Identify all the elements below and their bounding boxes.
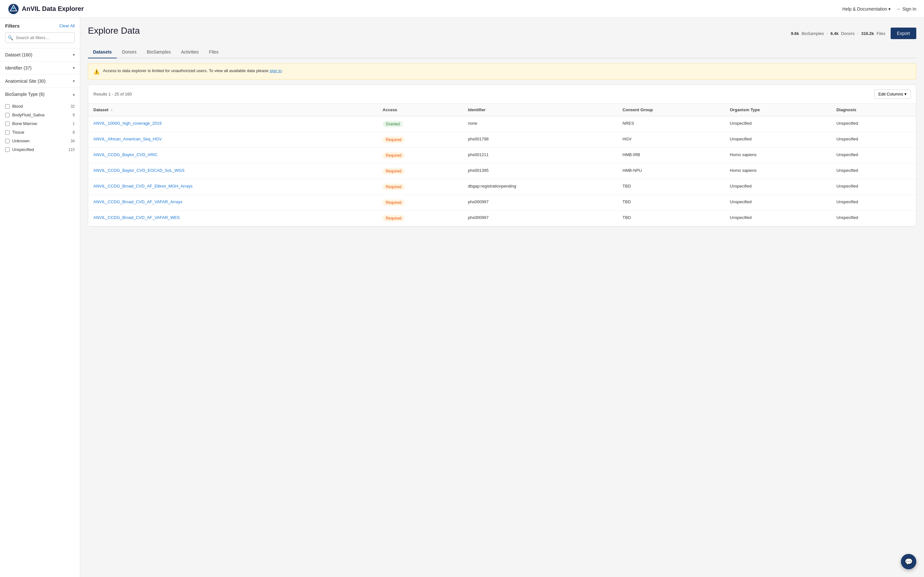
top-bar: Explore Data 9.6k BioSamples • 6.4k Dono… — [88, 26, 916, 41]
chat-icon: 💬 — [905, 558, 913, 566]
filter-checkbox-bonemarrow[interactable] — [5, 121, 10, 126]
col-header-diagnosis[interactable]: Diagnosis — [831, 103, 916, 116]
cell-consent: HMB-NPU — [617, 163, 725, 179]
cell-access: Required — [378, 211, 463, 226]
table-area: Results 1 - 25 of 160 Edit Columns ▾ Dat… — [88, 85, 916, 227]
dataset-link[interactable]: ANVIL_CCDG_Broad_CVD_AF_VAFAR_WES — [94, 215, 180, 220]
edit-columns-chevron-icon: ▾ — [905, 92, 907, 97]
col-header-access[interactable]: Access — [378, 103, 463, 116]
filter-checkbox-blood[interactable] — [5, 104, 10, 109]
access-badge: Required — [383, 168, 405, 174]
filter-section-identifier: Identifier (37) ▾ — [0, 61, 80, 74]
filter-label-bonemarrow[interactable]: Bone Marrow — [12, 121, 37, 126]
help-fab-button[interactable]: 💬 — [901, 554, 916, 569]
sidebar-header: Filters Clear All — [0, 23, 80, 32]
search-icon: 🔍 — [8, 35, 13, 40]
filter-checkbox-unspecified[interactable] — [5, 147, 10, 152]
cell-dataset: ANVIL_1000G_high_coverage_2019 — [88, 116, 378, 132]
sign-in-link[interactable]: sign in — [270, 68, 282, 73]
access-badge: Required — [383, 184, 405, 190]
search-input[interactable] — [5, 32, 75, 43]
biosamples-value: 9.6k — [791, 31, 799, 36]
cell-consent: TBD — [617, 179, 725, 195]
cell-organism: Homo sapiens — [725, 148, 831, 163]
results-info: Results 1 - 25 of 160 — [94, 92, 132, 97]
filter-header-anatomical[interactable]: Anatomical Site (30) ▾ — [0, 75, 80, 87]
sign-in-icon: → — [896, 6, 900, 11]
edit-columns-button[interactable]: Edit Columns ▾ — [874, 89, 911, 99]
sign-in-button[interactable]: → Sign In — [896, 6, 916, 11]
filter-checkbox-bodyfluid[interactable] — [5, 113, 10, 117]
cell-dataset: ANVIL_CCDG_Broad_CVD_AF_Ellinor_MGH_Arra… — [88, 179, 378, 195]
sort-icon: ↑ — [111, 108, 113, 112]
access-badge: Required — [383, 152, 405, 159]
donors-label: Donors — [841, 31, 855, 36]
filter-label-blood[interactable]: Blood — [12, 104, 23, 109]
tab-files[interactable]: Files — [204, 46, 224, 58]
col-header-consent[interactable]: Consent Group — [617, 103, 725, 116]
cell-diagnosis: Unspecified — [831, 163, 916, 179]
filter-label-unknown[interactable]: Unknown — [12, 139, 29, 143]
dataset-link[interactable]: ANVIL_CCDG_Broad_CVD_AF_Ellinor_MGH_Arra… — [94, 184, 192, 189]
help-label: Help & Documentation — [842, 6, 887, 11]
filter-header-biosample[interactable]: BioSample Type (6) ▴ — [0, 88, 80, 101]
table-row: ANVIL_CCDG_Baylor_CVD_EOCAD_SoL_WGS Requ… — [88, 163, 916, 179]
cell-access: Required — [378, 163, 463, 179]
layout: Filters Clear All 🔍 Dataset (160) ▾ Iden… — [0, 18, 924, 577]
table-row: ANVIL_CCDG_Broad_CVD_AF_VAFAR_Arrays Req… — [88, 195, 916, 211]
cell-diagnosis: Unspecified — [831, 179, 916, 195]
cell-dataset: ANVIL_CCDG_Baylor_CVD_EOCAD_SoL_WGS — [88, 163, 378, 179]
cell-diagnosis: Unspecified — [831, 116, 916, 132]
filter-count-bonemarrow: 1 — [73, 121, 75, 126]
filter-label-dataset: Dataset (160) — [5, 52, 32, 57]
dataset-link[interactable]: ANVIL_African_American_Seq_HGV — [94, 137, 162, 141]
col-header-dataset[interactable]: Dataset ↑ — [88, 103, 378, 116]
cell-consent: HMB-IRB — [617, 148, 725, 163]
cell-organism: Unspecified — [725, 211, 831, 226]
logo[interactable]: AnVIL Data Explorer — [8, 3, 84, 15]
filter-label-biosample: BioSample Type (6) — [5, 92, 45, 97]
export-button[interactable]: Export — [891, 27, 916, 39]
dataset-link[interactable]: ANVIL_CCDG_Broad_CVD_AF_VAFAR_Arrays — [94, 199, 182, 204]
filter-item-tissue: Tissue 8 — [0, 128, 80, 137]
edit-columns-label: Edit Columns — [879, 92, 903, 97]
cell-access: Required — [378, 148, 463, 163]
col-header-organism[interactable]: Organism Type — [725, 103, 831, 116]
dataset-link[interactable]: ANVIL_CCDG_Baylor_CVD_EOCAD_SoL_WGS — [94, 168, 184, 173]
filter-checkbox-tissue[interactable] — [5, 130, 10, 135]
dataset-link[interactable]: ANVIL_CCDG_Baylor_CVD_ARIC — [94, 152, 158, 157]
cell-diagnosis: Unspecified — [831, 211, 916, 226]
help-link[interactable]: Help & Documentation ▾ — [842, 6, 891, 11]
filter-label-unspecified[interactable]: Unspecified — [12, 147, 34, 152]
cell-organism: Unspecified — [725, 179, 831, 195]
col-header-identifier[interactable]: Identifier — [463, 103, 618, 116]
svg-point-2 — [13, 7, 15, 9]
tab-activities[interactable]: Activities — [176, 46, 204, 58]
filter-checkbox-unknown[interactable] — [5, 139, 10, 143]
cell-organism: Unspecified — [725, 132, 831, 148]
access-alert: ⚠️ Access to data explorer is limited fo… — [88, 63, 916, 79]
cell-identifier: none — [463, 116, 618, 132]
stats-bar: 9.6k BioSamples • 6.4k Donors • 316.2k F… — [791, 31, 885, 36]
dataset-link[interactable]: ANVIL_1000G_high_coverage_2019 — [94, 121, 162, 126]
main-content: Explore Data 9.6k BioSamples • 6.4k Dono… — [80, 18, 924, 577]
tab-datasets[interactable]: Datasets — [88, 46, 117, 58]
cell-organism: Homo sapiens — [725, 163, 831, 179]
table-header-row: Dataset ↑ Access Identifier Consent Grou… — [88, 103, 916, 116]
page-title: Explore Data — [88, 26, 140, 36]
sidebar: Filters Clear All 🔍 Dataset (160) ▾ Iden… — [0, 18, 80, 577]
sign-in-label: Sign In — [902, 6, 916, 11]
filter-header-identifier[interactable]: Identifier (37) ▾ — [0, 61, 80, 74]
chevron-down-icon-2: ▾ — [73, 66, 75, 70]
filter-label-bodyfluid[interactable]: BodyFluid_Saliva — [12, 113, 44, 117]
clear-all-button[interactable]: Clear All — [59, 23, 75, 28]
datasets-table: Dataset ↑ Access Identifier Consent Grou… — [88, 103, 916, 226]
filter-section-dataset: Dataset (160) ▾ — [0, 48, 80, 61]
cell-identifier: phs000997 — [463, 195, 618, 211]
filter-label-identifier: Identifier (37) — [5, 65, 31, 71]
tab-biosamples[interactable]: BioSamples — [142, 46, 176, 58]
filter-label-tissue[interactable]: Tissue — [12, 130, 24, 135]
tab-donors[interactable]: Donors — [117, 46, 142, 58]
cell-consent: HGV — [617, 132, 725, 148]
filter-header-dataset[interactable]: Dataset (160) ▾ — [0, 48, 80, 61]
